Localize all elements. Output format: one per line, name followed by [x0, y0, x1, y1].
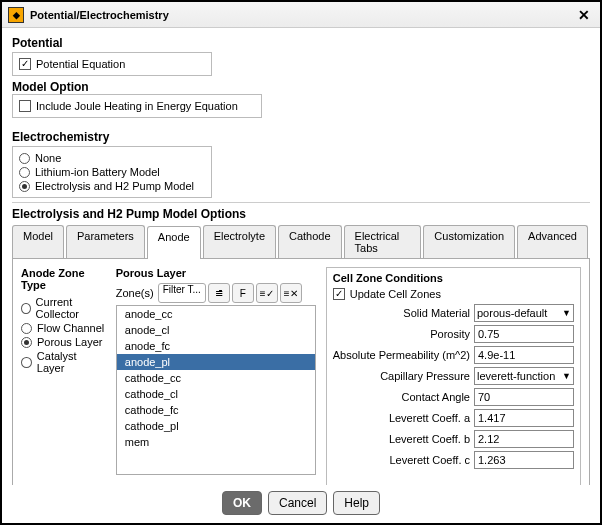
zone-listbox[interactable]: anode_cc anode_cl anode_fc anode_pl cath… — [116, 305, 316, 475]
anode-zone-type-heading: Anode Zone Type — [21, 267, 106, 291]
anode-type-flow-channel[interactable]: Flow Channel — [21, 321, 106, 335]
field-solid-material: Solid Material porous-default ▼ — [333, 304, 574, 322]
potential-equation-label: Potential Equation — [36, 58, 125, 70]
tab-advanced[interactable]: Advanced — [517, 225, 588, 258]
tab-cathode[interactable]: Cathode — [278, 225, 342, 258]
field-label: Leverett Coeff. a — [333, 412, 470, 424]
list-item[interactable]: cathode_pl — [117, 418, 315, 434]
tab-model[interactable]: Model — [12, 225, 64, 258]
electrochem-box: None Lithium-ion Battery Model Electroly… — [12, 146, 212, 198]
anode-type-porous-layer[interactable]: Porous Layer — [21, 335, 106, 349]
help-button[interactable]: Help — [333, 491, 380, 515]
field-label: Capillary Pressure — [333, 370, 470, 382]
field-lev-c: Leverett Coeff. c — [333, 451, 574, 469]
close-icon[interactable]: ✕ — [574, 7, 594, 23]
radio-label: Catalyst Layer — [37, 350, 106, 374]
filter-contains-icon[interactable]: F — [232, 283, 254, 303]
zone-toolbar: Zone(s) Filter T... ≡̄ F ≡✓ ≡✕ — [116, 283, 316, 303]
electrochem-option-lithium[interactable]: Lithium-ion Battery Model — [19, 165, 205, 179]
list-item[interactable]: cathode_cl — [117, 386, 315, 402]
contact-angle-input[interactable] — [474, 388, 574, 406]
cell-zone-group: Cell Zone Conditions ✓ Update Cell Zones… — [326, 267, 581, 485]
options-heading: Electrolysis and H2 Pump Model Options — [12, 207, 590, 221]
anode-type-catalyst-layer[interactable]: Catalyst Layer — [21, 349, 106, 375]
field-label: Absolute Permeability (m^2) — [333, 349, 470, 361]
radio-label: Electrolysis and H2 Pump Model — [35, 180, 194, 192]
solid-material-select[interactable]: porous-default ▼ — [474, 304, 574, 322]
radio-icon — [21, 357, 32, 368]
capillary-pressure-select[interactable]: leverett-function ▼ — [474, 367, 574, 385]
porosity-input[interactable] — [474, 325, 574, 343]
list-item[interactable]: mem — [117, 434, 315, 450]
radio-label: Flow Channel — [37, 322, 104, 334]
list-item[interactable]: cathode_fc — [117, 402, 315, 418]
field-cap-press: Capillary Pressure leverett-function ▼ — [333, 367, 574, 385]
radio-label: Lithium-ion Battery Model — [35, 166, 160, 178]
joule-heating-checkbox[interactable]: Include Joule Heating in Energy Equation — [19, 99, 255, 113]
model-option-heading: Model Option — [12, 80, 590, 94]
checkbox-icon: ✓ — [333, 288, 345, 300]
field-label: Leverett Coeff. b — [333, 433, 470, 445]
anode-zone-type-group: Anode Zone Type Current Collector Flow C… — [21, 267, 106, 485]
potential-heading: Potential — [12, 36, 590, 50]
filter-equals-icon[interactable]: ≡̄ — [208, 283, 230, 303]
update-cell-zones-checkbox[interactable]: ✓ Update Cell Zones — [333, 287, 574, 301]
radio-icon — [21, 303, 31, 314]
content-area: Potential ✓ Potential Equation Model Opt… — [2, 28, 600, 485]
potential-box: ✓ Potential Equation — [12, 52, 212, 76]
electrochem-option-none[interactable]: None — [19, 151, 205, 165]
tab-customization[interactable]: Customization — [423, 225, 515, 258]
electrochem-option-electrolysis[interactable]: Electrolysis and H2 Pump Model — [19, 179, 205, 193]
absolute-permeability-input[interactable] — [474, 346, 574, 364]
cancel-button[interactable]: Cancel — [268, 491, 327, 515]
tab-electrolyte[interactable]: Electrolyte — [203, 225, 276, 258]
electrochem-heading: Electrochemistry — [12, 130, 590, 144]
radio-label: Current Collector — [36, 296, 106, 320]
ok-button[interactable]: OK — [222, 491, 262, 515]
list-item[interactable]: anode_pl — [117, 354, 315, 370]
app-icon: ◆ — [8, 7, 24, 23]
dialog-footer: OK Cancel Help — [2, 485, 600, 523]
cell-zone-box: Cell Zone Conditions ✓ Update Cell Zones… — [326, 267, 581, 485]
field-contact-angle: Contact Angle — [333, 388, 574, 406]
radio-icon — [19, 167, 30, 178]
filter-clear-icon[interactable]: ≡✕ — [280, 283, 302, 303]
field-abs-perm: Absolute Permeability (m^2) — [333, 346, 574, 364]
filter-text-button[interactable]: Filter T... — [158, 283, 206, 303]
field-label: Solid Material — [333, 307, 470, 319]
potential-equation-checkbox[interactable]: ✓ Potential Equation — [19, 57, 205, 71]
radio-label: Porous Layer — [37, 336, 102, 348]
field-label: Contact Angle — [333, 391, 470, 403]
field-label: Leverett Coeff. c — [333, 454, 470, 466]
list-item[interactable]: anode_fc — [117, 338, 315, 354]
tab-electrical-tabs[interactable]: Electrical Tabs — [344, 225, 422, 258]
list-item[interactable]: anode_cc — [117, 306, 315, 322]
radio-icon — [21, 337, 32, 348]
leverett-c-input[interactable] — [474, 451, 574, 469]
select-value: leverett-function — [477, 370, 555, 382]
radio-icon — [21, 323, 32, 334]
tab-panel-anode: Anode Zone Type Current Collector Flow C… — [12, 259, 590, 485]
porous-layer-heading: Porous Layer — [116, 267, 316, 279]
dialog-window: ◆ Potential/Electrochemistry ✕ Potential… — [0, 0, 602, 525]
model-option-box: Include Joule Heating in Energy Equation — [12, 94, 262, 118]
cell-zone-heading: Cell Zone Conditions — [333, 272, 574, 284]
filter-match-icon[interactable]: ≡✓ — [256, 283, 278, 303]
list-item[interactable]: cathode_cc — [117, 370, 315, 386]
radio-icon — [19, 153, 30, 164]
field-lev-b: Leverett Coeff. b — [333, 430, 574, 448]
radio-icon — [19, 181, 30, 192]
radio-label: None — [35, 152, 61, 164]
checkbox-icon: ✓ — [19, 58, 31, 70]
list-item[interactable]: anode_cl — [117, 322, 315, 338]
update-cell-zones-label: Update Cell Zones — [350, 288, 441, 300]
anode-type-current-collector[interactable]: Current Collector — [21, 295, 106, 321]
porous-layer-group: Porous Layer Zone(s) Filter T... ≡̄ F ≡✓… — [116, 267, 316, 485]
leverett-b-input[interactable] — [474, 430, 574, 448]
window-title: Potential/Electrochemistry — [30, 9, 169, 21]
tab-anode[interactable]: Anode — [147, 226, 201, 259]
field-label: Porosity — [333, 328, 470, 340]
tab-parameters[interactable]: Parameters — [66, 225, 145, 258]
leverett-a-input[interactable] — [474, 409, 574, 427]
select-value: porous-default — [477, 307, 547, 319]
